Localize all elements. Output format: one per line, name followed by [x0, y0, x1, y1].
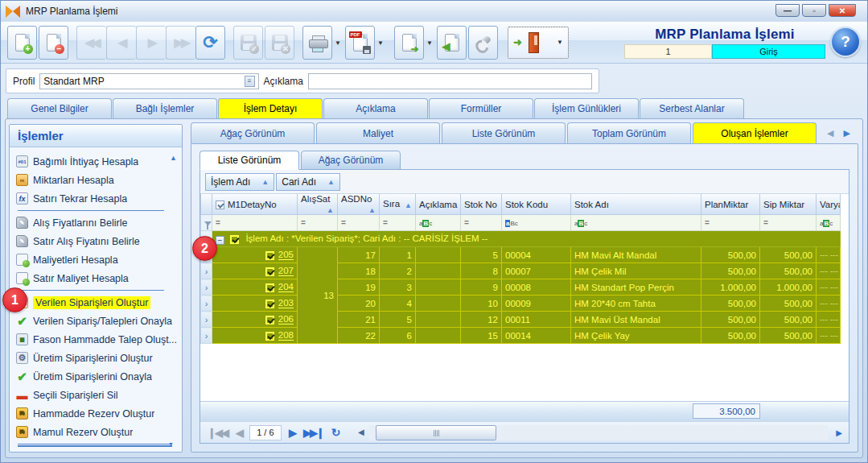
sidebar-item-uretim-siparislerini-onayla[interactable]: ✔Üretim Siparişlerini Onayla [16, 367, 179, 386]
table-row[interactable]: › 205 13 17 1 5 00004 HM Mavi Alt Mandal… [201, 247, 841, 263]
col-sira[interactable]: Sıra▲ [380, 194, 416, 215]
tab-genel-bilgiler[interactable]: Genel Bilgiler [7, 98, 112, 118]
tab-islem-gunlukleri[interactable]: İşlem Günlükleri [534, 98, 639, 118]
m1detayno-link[interactable]: 205 [278, 250, 294, 260]
row-checkbox[interactable] [265, 267, 274, 276]
new-record-button[interactable]: + [7, 26, 37, 60]
subtab-liste-gorunum[interactable]: Liste Görünüm [200, 151, 299, 170]
row-selector[interactable]: › [201, 296, 212, 312]
tab-bagli-islemler[interactable]: Bağlı İşlemler [113, 98, 217, 118]
filter-asdno[interactable]: = [338, 215, 380, 231]
table-row[interactable]: › 208 22 6 15 00014 HM Çelik Yay 500,00 … [201, 328, 841, 344]
save-button[interactable]: ✓ [233, 26, 263, 60]
scroll-left-icon[interactable]: ◀ [358, 428, 364, 436]
tab-formuller[interactable]: Formüller [429, 98, 533, 118]
export-pdf-button[interactable]: PDF ▼ [345, 26, 375, 60]
scrollbar-thumb[interactable] [376, 425, 496, 440]
sidebar-item-fason-hammadde-talep[interactable]: ▦Fason Hammadde Talep Oluşt... [16, 330, 179, 349]
revert-button[interactable]: ◀ [437, 26, 467, 60]
filter-aciklama[interactable]: aBc [416, 215, 461, 231]
col-planmiktar[interactable]: PlanMiktar [701, 194, 760, 215]
m1detayno-link[interactable]: 203 [278, 298, 294, 308]
tab-scroll-left-icon[interactable]: ◀ [827, 128, 833, 138]
table-row[interactable]: › 203 20 4 10 00009 HM 20*40 cm Tahta 50… [201, 296, 841, 312]
col-stok-adi[interactable]: Stok Adı [571, 194, 701, 215]
settings-button[interactable] [468, 26, 498, 60]
row-checkbox[interactable] [265, 283, 274, 292]
pager-first-icon[interactable]: ❙◀◀ [204, 427, 232, 439]
profile-lookup-icon[interactable]: ≡ [245, 76, 255, 87]
sidebar-item-satiri-tekrar-hesapla[interactable]: fxSatırı Tekrar Hesapla [16, 189, 179, 208]
tab-scroll-right-icon[interactable]: ▶ [844, 128, 850, 138]
filter-stok-no[interactable]: = [461, 215, 502, 231]
filter-stok-adi[interactable]: aBc [571, 215, 701, 231]
filter-varyant[interactable]: aBc [817, 215, 841, 231]
filter-sira[interactable]: = [380, 215, 416, 231]
next-record-button[interactable]: ▶ [136, 26, 166, 60]
sidebar-item-hepsini-genislet[interactable]: ⟳Hepsini Genişlet [16, 449, 179, 453]
row-checkbox[interactable] [265, 251, 274, 260]
collapse-group-icon[interactable]: − [216, 236, 224, 245]
sidebar-item-maliyetleri-hesapla[interactable]: Maliyetleri Hesapla [16, 250, 179, 269]
description-input[interactable] [308, 73, 592, 89]
horizontal-scrollbar[interactable]: ◀ [369, 425, 828, 440]
m1detayno-link[interactable]: 208 [278, 330, 294, 341]
tab-serbest-alanlar[interactable]: Serbest Alanlar [640, 98, 744, 118]
col-asdno[interactable]: ASDNo▲ [338, 194, 380, 215]
m1detayno-link[interactable]: 207 [278, 266, 294, 276]
row-selector[interactable]: › [201, 279, 212, 296]
sidebar-item-mamul-rezerv-olustur[interactable]: ⛟Mamul Rezerv Oluştur [16, 423, 179, 441]
delete-record-button[interactable]: − [39, 26, 68, 60]
tab-liste-gorunum[interactable]: Liste Görünüm [442, 122, 566, 143]
exit-button[interactable]: ➜ ▼ [508, 27, 569, 59]
refresh-button[interactable]: ⟳ [195, 26, 225, 60]
sidebar-scroll-up-icon[interactable]: ▲ [170, 154, 177, 162]
print-button[interactable]: ▼ [302, 26, 332, 60]
sidebar-item-verilen-siparis-talepleri-onayla[interactable]: ✔Verilen Sipariş/Talepleri Onayla [16, 312, 179, 330]
prev-record-button[interactable]: ◀ [106, 26, 136, 60]
tab-islem-detayi[interactable]: İşlem Detayı [218, 98, 323, 118]
print-dropdown-icon[interactable]: ▼ [335, 39, 341, 47]
copy-button[interactable]: ➜ ▼ [394, 26, 424, 60]
table-row[interactable]: › 206 21 5 12 00011 HM Mavi Üst Mandal 5… [201, 312, 841, 328]
tab-aciklama[interactable]: Açıklama [323, 98, 428, 118]
exit-dropdown-icon[interactable]: ▼ [557, 39, 563, 46]
export-pdf-dropdown-icon[interactable]: ▼ [377, 39, 384, 47]
filter-m1detayno[interactable]: = [212, 215, 298, 231]
col-varyant[interactable]: Varyant [817, 194, 841, 215]
sidebar-item-satir-alis-fiyatini-belirle[interactable]: ✎Satır Alış Fiyatını Belirle [16, 232, 179, 250]
subtab-agac-gorunum[interactable]: Ağaç Görünüm [301, 151, 401, 170]
filter-funnel-cell[interactable] [201, 215, 212, 231]
select-all-checkbox[interactable] [216, 200, 224, 209]
pager-refresh-icon[interactable]: ↻ [327, 426, 345, 439]
col-stok-no[interactable]: Stok No [461, 194, 502, 215]
row-checkbox[interactable] [265, 316, 274, 325]
row-selector[interactable]: › [201, 263, 212, 279]
minimize-button[interactable]: — [775, 4, 800, 17]
col-sip-miktar[interactable]: Sip Miktar [760, 194, 817, 215]
filter-alissat[interactable]: = [298, 215, 338, 231]
col-alissat[interactable]: AlışSat▲ [298, 194, 338, 215]
row-checkbox[interactable] [265, 332, 274, 341]
pager-next-icon[interactable]: ▶ [285, 427, 299, 439]
save-cancel-button[interactable]: ✕ [265, 26, 294, 60]
group-checkbox[interactable] [230, 235, 239, 244]
col-stok-kodu[interactable]: Stok Kodu [502, 194, 571, 215]
group-row[interactable]: − İşlem Adı : *Verilen Sipariş*; Cari Ad… [201, 231, 841, 247]
group-by-cari-adi[interactable]: Cari Adı▲ [276, 173, 340, 191]
m1detayno-link[interactable]: 204 [278, 282, 294, 292]
tab-maliyet[interactable]: Maliyet [316, 122, 440, 143]
table-row[interactable]: › 204 19 3 9 00008 HM Standart Pop Perçi… [201, 279, 841, 296]
col-m1detayno[interactable]: M1DetayNo [212, 194, 298, 215]
row-selector[interactable]: › [201, 328, 212, 344]
scroll-right-icon[interactable]: ▶ [836, 428, 842, 437]
filter-stok-kodu[interactable]: aBc [502, 215, 571, 231]
restore-button[interactable]: ▫ [802, 4, 826, 17]
sidebar-item-bagimli-ihtiyac[interactable]: #01Bağımlı İhtiyaç Hesapla [16, 152, 179, 171]
m1detayno-link[interactable]: 206 [278, 314, 294, 325]
sidebar-item-miktarlari-hesapla[interactable]: mMiktarları Hesapla [16, 171, 179, 189]
tab-olusan-islemler[interactable]: Oluşan İşlemler [693, 122, 817, 143]
sidebar-item-verilen-siparisleri-olustur[interactable]: ≣Verilen Siparişleri Oluştur [16, 293, 179, 312]
pager-prev-icon[interactable]: ◀ [232, 427, 246, 439]
sidebar-item-uretim-siparislerini-olustur[interactable]: ⚙Üretim Siparişlerini Oluştur [16, 349, 179, 367]
